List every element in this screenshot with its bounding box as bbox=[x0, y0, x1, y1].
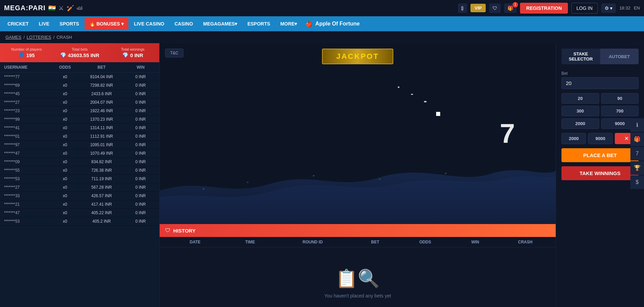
cell-bet: 1922.46 INR bbox=[77, 108, 126, 113]
cell-win: 0 INR bbox=[126, 134, 155, 139]
winnings-value: 💎 0 INR bbox=[109, 52, 157, 58]
bets-label: Total bets bbox=[56, 47, 103, 51]
bitcoin-btn[interactable]: ₿ bbox=[458, 3, 467, 13]
cell-odds: x0 bbox=[53, 202, 77, 207]
breadcrumb: GAMES / LOTTERIES / CRASH bbox=[0, 31, 644, 43]
quick-bet-300[interactable]: 300 bbox=[561, 106, 599, 116]
cell-username: *******69 bbox=[4, 83, 53, 88]
cell-bet: 417.41 INR bbox=[77, 202, 126, 207]
quick-bet-20[interactable]: 20 bbox=[561, 93, 599, 104]
breadcrumb-lotteries[interactable]: LOTTERIES bbox=[27, 35, 51, 40]
quick-bets: 20 90 300 700 2000 9000 bbox=[561, 93, 639, 129]
history-table-head: DATE TIME ROUND ID BET ODDS WIN CRASH bbox=[160, 237, 556, 248]
history-header: 🛡 HISTORY bbox=[160, 224, 556, 237]
quick-bet-2000-extra[interactable]: 2000 bbox=[561, 133, 586, 144]
cell-bet: 1070.49 INR bbox=[77, 151, 126, 156]
cell-odds: x0 bbox=[53, 125, 77, 130]
cell-odds: x0 bbox=[53, 185, 77, 190]
history-empty-text: You haven't placed any bets yet bbox=[324, 293, 391, 299]
cell-odds: x0 bbox=[53, 117, 77, 122]
tc-button[interactable]: T&C bbox=[165, 49, 183, 57]
selector-tabs: STAKE SELECTOR AUTOBET bbox=[561, 49, 639, 64]
icc-icon: 🏏 bbox=[67, 4, 74, 12]
cell-bet: 1314.11 INR bbox=[77, 125, 126, 130]
col-odds: ODDS bbox=[53, 65, 77, 70]
quick-bet-2000[interactable]: 2000 bbox=[561, 118, 599, 129]
nav-item-bonuses[interactable]: 🔥 BONUSES ▾ bbox=[85, 18, 128, 30]
stake-selector-tab[interactable]: STAKE SELECTOR bbox=[561, 49, 600, 64]
breadcrumb-sep2: / bbox=[53, 35, 55, 40]
cell-win: 0 INR bbox=[126, 108, 155, 113]
table-row: *******97 x0 1095.01 INR 0 INR bbox=[0, 141, 159, 149]
side-gift-btn[interactable]: 🎁 bbox=[630, 133, 644, 146]
table-row: *******27 x0 2004.07 INR 0 INR bbox=[0, 98, 159, 107]
nav-item-cricket[interactable]: CRICKET bbox=[3, 16, 33, 31]
cell-win: 0 INR bbox=[126, 74, 155, 79]
cell-odds: x0 bbox=[53, 100, 77, 105]
side-info-btn[interactable]: ℹ bbox=[630, 118, 644, 132]
breadcrumb-sep1: / bbox=[23, 35, 25, 40]
cell-win: 0 INR bbox=[126, 151, 155, 156]
cell-username: *******21 bbox=[4, 202, 53, 207]
autobet-tab[interactable]: AUTOBET bbox=[600, 49, 639, 64]
table-row: *******99 x0 1370.23 INR 0 INR bbox=[0, 115, 159, 124]
cell-odds: x0 bbox=[53, 219, 77, 224]
apple-icon: 🍎 bbox=[306, 21, 312, 27]
nav-item-live[interactable]: LIVE bbox=[34, 16, 54, 31]
quick-bet-700[interactable]: 700 bbox=[601, 106, 639, 116]
jackpot-banner: JACKPOT bbox=[322, 49, 393, 64]
nav-item-more[interactable]: MORE ▾ bbox=[275, 16, 302, 31]
quick-bet-9000-extra[interactable]: 9000 bbox=[588, 133, 612, 144]
cell-odds: x0 bbox=[53, 159, 77, 164]
nav-apple-fortune[interactable]: 🍎 Apple Of Fortune bbox=[306, 21, 360, 27]
cell-bet: 2004.07 INR bbox=[77, 100, 126, 105]
players-label: Number of players bbox=[3, 47, 50, 51]
settings-btn[interactable]: ⚙ ▾ bbox=[601, 3, 616, 13]
nav-item-sports[interactable]: SPORTS bbox=[55, 16, 84, 31]
table-row: *******47 x0 405.22 INR 0 INR bbox=[0, 209, 159, 217]
side-dollar-btn[interactable]: $ bbox=[630, 175, 644, 189]
nav-item-livecasino[interactable]: LIVE CASINO bbox=[129, 16, 169, 31]
cell-win: 0 INR bbox=[126, 210, 155, 215]
jackpot-text: JACKPOT bbox=[336, 52, 379, 61]
players-icon: 👤 bbox=[18, 52, 25, 58]
registration-btn[interactable]: REGISTRATION bbox=[520, 3, 568, 14]
cell-username: *******97 bbox=[4, 142, 53, 147]
left-panel: Number of players 👤 195 Total bets 💎 436… bbox=[0, 43, 160, 307]
place-bet-btn[interactable]: PLACE A BET bbox=[561, 148, 639, 162]
cell-bet: 1095.01 INR bbox=[77, 142, 126, 147]
bet-input[interactable] bbox=[561, 77, 639, 89]
table-row: *******01 x0 1112.91 INR 0 INR bbox=[0, 132, 159, 141]
cell-odds: x0 bbox=[53, 91, 77, 96]
cell-username: *******27 bbox=[4, 185, 53, 190]
bet-section: Bet bbox=[561, 71, 639, 89]
side-trophy-btn[interactable]: 🏆 bbox=[630, 161, 644, 175]
login-btn[interactable]: LOG IN bbox=[571, 3, 597, 14]
nav-item-esports[interactable]: ESPORTS bbox=[243, 16, 275, 31]
shield-btn[interactable]: 🛡 bbox=[489, 3, 501, 13]
side-seven-btn[interactable]: 7 bbox=[630, 147, 644, 160]
nav-item-megagames[interactable]: MEGAGAMES ▾ bbox=[198, 16, 242, 31]
cell-bet: 711.19 INR bbox=[77, 176, 126, 181]
gift-badge: 1 bbox=[513, 2, 518, 7]
cell-odds: x0 bbox=[53, 134, 77, 139]
nav-item-casino[interactable]: CASINO bbox=[170, 16, 198, 31]
table-row: *******23 x0 1922.46 INR 0 INR bbox=[0, 107, 159, 115]
cell-win: 0 INR bbox=[126, 83, 155, 88]
players-count: 195 bbox=[26, 52, 35, 58]
bonuses-label: BONUSES bbox=[96, 21, 120, 27]
logo: MEGA:PARI 🇮🇳 ⚔ 🏏 🏎 bbox=[4, 4, 83, 12]
cell-username: *******41 bbox=[4, 125, 53, 130]
cell-username: *******33 bbox=[4, 193, 53, 198]
breadcrumb-games[interactable]: GAMES bbox=[5, 35, 21, 40]
quick-bet-90[interactable]: 90 bbox=[601, 93, 639, 104]
header: MEGA:PARI 🇮🇳 ⚔ 🏏 🏎 ₿ VIP 🛡 🎁 1 REGISTRAT… bbox=[0, 0, 644, 16]
take-winnings-btn[interactable]: TAKE WINNINGS bbox=[561, 166, 639, 180]
language-selector[interactable]: EN bbox=[634, 5, 640, 11]
hist-col-win: WIN bbox=[450, 240, 500, 244]
cell-username: *******55 bbox=[4, 168, 53, 173]
table-header: USERNAME ODDS BET WIN bbox=[0, 62, 159, 73]
dota-icon: ⚔ bbox=[58, 4, 64, 12]
vip-btn[interactable]: VIP bbox=[470, 4, 486, 12]
players-value: 👤 195 bbox=[3, 52, 50, 58]
